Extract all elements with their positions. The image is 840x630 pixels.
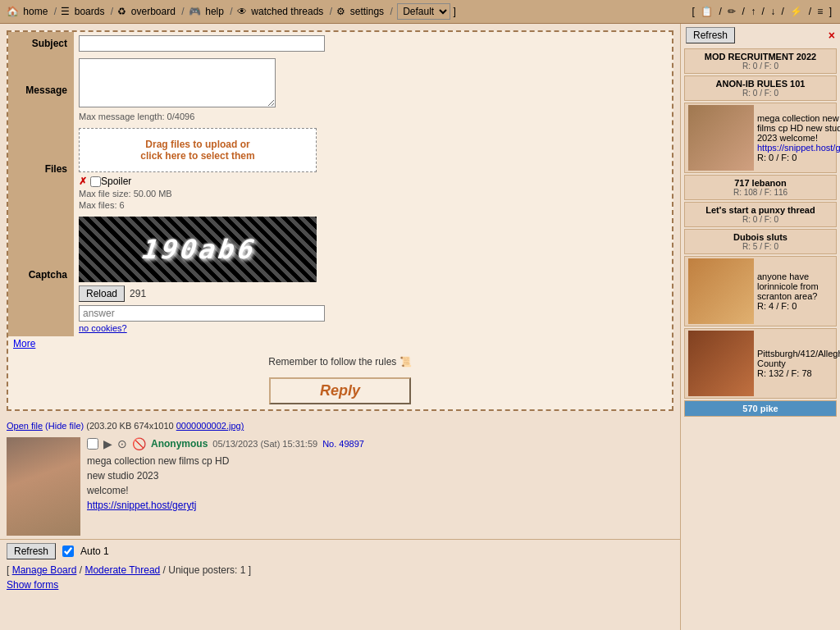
more-link[interactable]: More <box>13 338 35 349</box>
sidebar-thread-5[interactable]: Dubois sluts R: 5 / F: 0 <box>684 229 837 254</box>
nav-overboard[interactable]: overboard <box>131 6 176 17</box>
sidebar-thread-title-0: MOD RECRUITMENT 2022 <box>689 52 832 62</box>
message-label: Message <box>8 55 74 125</box>
show-forms-link[interactable]: Show forms <box>0 578 680 592</box>
manage-board-link[interactable]: Manage Board <box>12 564 77 576</box>
icon-post[interactable]: 📋 <box>701 6 713 17</box>
sidebar-close-button[interactable]: × <box>829 29 835 42</box>
sidebar-thumb-img-2 <box>688 105 754 171</box>
nav-help[interactable]: help <box>205 6 224 17</box>
rules-row: Remember to follow the rules 📜 <box>8 351 672 372</box>
sidebar-thread-1[interactable]: ANON-IB RULES 101 R: 0 / F: 0 <box>684 75 837 101</box>
sidebar-thread-3[interactable]: 717 lebanon R: 108 / F: 116 <box>684 175 837 200</box>
arrow-icon[interactable]: ▶ <box>103 437 112 450</box>
auto-label: Auto 1 <box>80 546 109 557</box>
post-line3: welcome! <box>87 483 673 498</box>
nav-links: 🏠 home / ☰ boards / ♻ overboard / 🎮 help… <box>7 3 458 20</box>
hide-post-icon[interactable]: 🚫 <box>132 437 146 450</box>
no-cookies-link[interactable]: no cookies? <box>79 323 667 333</box>
max-message-text: Max message length: 0/4096 <box>79 112 667 121</box>
message-textarea[interactable] <box>79 58 276 107</box>
auto-refresh-checkbox[interactable] <box>62 546 74 557</box>
post-link[interactable]: https://snippet.host/gerytj <box>87 500 196 511</box>
subject-row: Subject <box>8 32 672 55</box>
spoiler-row: ✗ Spoiler <box>79 176 667 187</box>
top-nav: 🏠 home / ☰ boards / ♻ overboard / 🎮 help… <box>0 0 840 24</box>
sidebar-thread-stats-4: R: 0 / F: 0 <box>689 215 832 224</box>
icon-up[interactable]: ↑ <box>751 6 756 17</box>
sidebar-thread-stats-5: R: 5 / F: 0 <box>689 242 832 251</box>
theme-select[interactable]: Default <box>397 3 450 20</box>
files-row: Files Drag files to upload or click here… <box>8 125 672 213</box>
rules-text: Remember to follow the rules <box>268 356 396 368</box>
subject-input[interactable] <box>79 35 325 52</box>
nav-home[interactable]: home <box>23 6 48 17</box>
sidebar-thread-info-6: anyone have lorinnicole from scranton ar… <box>757 272 833 311</box>
captcha-label: Captcha <box>8 213 74 336</box>
captcha-number: 291 <box>130 288 146 299</box>
post-number[interactable]: No. 49897 <box>322 439 364 449</box>
spoiler-x-icon: ✗ <box>79 176 87 187</box>
home-icon: 🏠 <box>7 6 19 17</box>
sidebar-thread-title-2: mega collection new films cp HD new stud… <box>757 113 840 143</box>
sidebar-thread-0[interactable]: MOD RECRUITMENT 2022 R: 0 / F: 0 <box>684 48 837 74</box>
sidebar-thumb-img-7 <box>688 331 754 396</box>
file-name-link[interactable]: 0000000002.jpg) <box>176 421 244 431</box>
icon-edit[interactable]: ✏ <box>728 6 736 17</box>
sidebar-thread-title-8: 570 pike <box>689 404 832 413</box>
max-file-size: Max file size: 50.00 MB <box>79 189 667 199</box>
files-label: Files <box>8 125 74 213</box>
bottom-refresh-button[interactable]: Refresh <box>7 543 56 559</box>
sidebar-thread-info-7: Pittsburgh/412/Allegheny County R: 132 /… <box>757 349 840 378</box>
sidebar-thumb-2 <box>688 105 754 171</box>
captcha-reload-button[interactable]: Reload <box>79 285 125 302</box>
unique-posters: / Unique posters: 1 ] <box>163 564 251 576</box>
captcha-answer-input[interactable] <box>79 305 325 322</box>
icon-list[interactable]: ≡ <box>817 6 823 17</box>
nav-boards[interactable]: boards <box>75 6 105 17</box>
post-body: ▶ ⊙ 🚫 Anonymous 05/13/2023 (Sat) 15:31:5… <box>87 437 673 536</box>
reply-button[interactable]: Reply <box>269 377 411 404</box>
spoiler-label: Spoiler <box>101 176 131 187</box>
sidebar-thread-4[interactable]: Let's start a punxy thread R: 0 / F: 0 <box>684 202 837 227</box>
sidebar-thumb-6 <box>688 258 754 324</box>
sidebar-thread-title-3: 717 lebanon <box>689 178 832 188</box>
watched-icon: 👁 <box>237 6 247 17</box>
report-icon[interactable]: ⊙ <box>117 437 127 450</box>
file-size: (203.20 KB 674x1010 <box>86 421 173 431</box>
sidebar-thread-6[interactable]: anyone have lorinnicole from scranton ar… <box>684 256 837 326</box>
sidebar-thread-title-4: Let's start a punxy thread <box>689 205 832 215</box>
form-table: Subject Message Max message length: 0/40… <box>8 32 672 336</box>
captcha-image: 190ab6 <box>79 217 317 282</box>
moderate-thread-link[interactable]: Moderate Thread <box>84 564 160 576</box>
sidebar-thumb-7 <box>688 331 754 396</box>
help-icon: 🎮 <box>189 6 201 17</box>
post-line1: mega collection new films cp HD <box>87 454 673 468</box>
upload-text1: Drag files to upload or <box>145 139 249 150</box>
bottom-bar: Refresh Auto 1 <box>0 539 680 563</box>
icon-grid[interactable]: ⚡ <box>790 6 802 17</box>
sidebar-thread-7[interactable]: Pittsburgh/412/Allegheny County R: 132 /… <box>684 328 837 399</box>
sidebar: Refresh × MOD RECRUITMENT 2022 R: 0 / F:… <box>680 24 840 630</box>
nav-settings[interactable]: settings <box>350 6 384 17</box>
post-select-checkbox[interactable] <box>87 438 98 450</box>
nav-watched[interactable]: watched threads <box>251 6 323 17</box>
file-upload-area[interactable]: Drag files to upload or click here to se… <box>79 128 317 172</box>
post-author: Anonymous <box>151 438 208 450</box>
sidebar-thread-title-7: Pittsburgh/412/Allegheny County <box>757 349 840 368</box>
sidebar-thread-title-6: anyone have lorinnicole from scranton ar… <box>757 272 833 301</box>
icon-down[interactable]: ↓ <box>770 6 775 17</box>
sidebar-thread-8[interactable]: 570 pike <box>684 400 837 417</box>
hide-file-link[interactable]: (Hide file) <box>45 421 84 431</box>
settings-icon: ⚙ <box>336 6 345 17</box>
spoiler-checkbox[interactable] <box>90 176 101 187</box>
captcha-reload-row: Reload 291 <box>79 285 667 302</box>
post-thumbnail <box>7 437 80 536</box>
sidebar-thread-link-2: https://snippet.host/gerytj <box>757 143 840 153</box>
post-container: ▶ ⊙ 🚫 Anonymous 05/13/2023 (Sat) 15:31:5… <box>0 434 680 539</box>
open-file-link[interactable]: Open file <box>7 421 43 431</box>
sidebar-header: Refresh × <box>681 24 840 47</box>
sidebar-thread-2[interactable]: mega collection new films cp HD new stud… <box>684 103 837 173</box>
sidebar-refresh-button[interactable]: Refresh <box>686 27 735 43</box>
post-line2: new studio 2023 <box>87 468 673 483</box>
